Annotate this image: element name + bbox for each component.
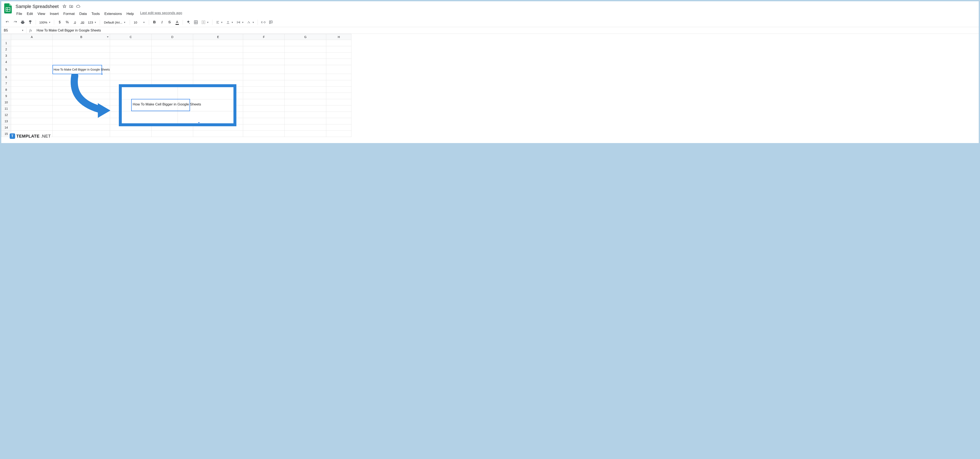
cell[interactable] xyxy=(11,93,53,99)
cell[interactable] xyxy=(193,74,243,80)
menu-view[interactable]: View xyxy=(35,11,48,17)
cell[interactable] xyxy=(243,65,285,74)
cell[interactable] xyxy=(243,124,285,131)
cell[interactable] xyxy=(151,65,193,74)
cell[interactable] xyxy=(53,53,110,59)
cell[interactable] xyxy=(326,118,352,124)
fill-color-icon[interactable] xyxy=(185,19,192,26)
cell[interactable] xyxy=(285,124,326,131)
row-header-6[interactable]: 6 xyxy=(2,74,11,80)
cell[interactable] xyxy=(110,53,151,59)
cell[interactable] xyxy=(326,105,352,112)
cell[interactable] xyxy=(326,59,352,65)
cell[interactable] xyxy=(326,93,352,99)
cell[interactable] xyxy=(243,59,285,65)
cell[interactable] xyxy=(151,131,193,137)
cell[interactable] xyxy=(110,131,151,137)
menu-help[interactable]: Help xyxy=(124,11,136,17)
cell[interactable] xyxy=(11,59,53,65)
cell[interactable] xyxy=(110,46,151,53)
cell[interactable] xyxy=(243,93,285,99)
cell[interactable] xyxy=(326,131,352,137)
cell[interactable] xyxy=(110,40,151,46)
cell[interactable] xyxy=(285,118,326,124)
cell[interactable] xyxy=(326,86,352,93)
col-header-a[interactable]: A xyxy=(11,34,53,40)
cell[interactable] xyxy=(11,86,53,93)
sheets-logo-icon[interactable] xyxy=(4,3,12,14)
cell[interactable] xyxy=(193,53,243,59)
cell-b5[interactable]: How To Make Cell Bigger in Google Sheets xyxy=(53,65,110,74)
menu-extensions[interactable]: Extensions xyxy=(102,11,124,17)
merge-cells-dropdown[interactable]: ▼ xyxy=(200,20,210,24)
cell[interactable] xyxy=(53,118,110,124)
borders-icon[interactable] xyxy=(192,19,199,26)
currency-button[interactable]: $ xyxy=(56,19,63,26)
col-header-e[interactable]: E xyxy=(193,34,243,40)
cell[interactable] xyxy=(243,131,285,137)
last-edit-link[interactable]: Last edit was seconds ago xyxy=(140,11,182,17)
paint-format-icon[interactable] xyxy=(27,19,33,26)
cell[interactable] xyxy=(11,118,53,124)
menu-format[interactable]: Format xyxy=(61,11,77,17)
col-header-b[interactable]: B xyxy=(53,34,110,40)
cell[interactable] xyxy=(285,86,326,93)
cell[interactable] xyxy=(285,40,326,46)
menu-insert[interactable]: Insert xyxy=(48,11,61,17)
cell[interactable] xyxy=(243,53,285,59)
row-header-12[interactable]: 12 xyxy=(2,112,11,118)
cell[interactable] xyxy=(53,46,110,53)
cell[interactable] xyxy=(53,131,110,137)
font-dropdown[interactable]: Default (Ari...▼ xyxy=(102,19,127,25)
cell[interactable] xyxy=(11,112,53,118)
cell[interactable] xyxy=(53,59,110,65)
cell[interactable] xyxy=(285,53,326,59)
row-header-2[interactable]: 2 xyxy=(2,46,11,53)
cell[interactable] xyxy=(193,131,243,137)
cell[interactable] xyxy=(11,99,53,105)
cell[interactable] xyxy=(326,80,352,86)
italic-button[interactable]: I xyxy=(159,19,165,26)
font-size-dropdown[interactable]: 10▼ xyxy=(132,20,147,25)
col-header-h[interactable]: H xyxy=(326,34,352,40)
cloud-status-icon[interactable] xyxy=(76,4,80,9)
row-header-1[interactable]: 1 xyxy=(2,40,11,46)
row-header-10[interactable]: 10 xyxy=(2,99,11,105)
menu-file[interactable]: File xyxy=(14,11,24,17)
row-header-5[interactable]: 5 xyxy=(2,65,11,74)
cell[interactable] xyxy=(285,112,326,118)
cell[interactable] xyxy=(285,80,326,86)
redo-icon[interactable] xyxy=(12,19,19,26)
wrap-dropdown[interactable]: ▼ xyxy=(235,21,245,24)
cell[interactable] xyxy=(326,40,352,46)
row-header-3[interactable]: 3 xyxy=(2,53,11,59)
cell[interactable] xyxy=(243,46,285,53)
cell[interactable] xyxy=(243,99,285,105)
text-color-button[interactable]: A xyxy=(174,19,181,26)
cell[interactable] xyxy=(11,65,53,74)
col-header-c[interactable]: C xyxy=(110,34,151,40)
col-header-g[interactable]: G xyxy=(285,34,326,40)
col-header-d[interactable]: D xyxy=(151,34,193,40)
cell[interactable] xyxy=(151,74,193,80)
number-format-dropdown[interactable]: 123▼ xyxy=(86,21,98,24)
bold-button[interactable]: B xyxy=(151,19,158,26)
cell[interactable] xyxy=(193,46,243,53)
strikethrough-button[interactable]: S xyxy=(166,19,173,26)
row-header-13[interactable]: 13 xyxy=(2,118,11,124)
cell[interactable] xyxy=(243,86,285,93)
cell[interactable] xyxy=(243,74,285,80)
cell[interactable] xyxy=(285,59,326,65)
row-header-9[interactable]: 9 xyxy=(2,93,11,99)
cell[interactable] xyxy=(11,80,53,86)
zoom-dropdown[interactable]: 100%▼ xyxy=(38,21,52,24)
cell[interactable] xyxy=(243,118,285,124)
comment-icon[interactable] xyxy=(267,19,274,26)
cell[interactable] xyxy=(151,59,193,65)
cell[interactable] xyxy=(11,46,53,53)
cell[interactable] xyxy=(11,53,53,59)
cell[interactable] xyxy=(326,53,352,59)
valign-dropdown[interactable]: ▼ xyxy=(225,21,234,24)
name-box[interactable]: B5 ▼ xyxy=(1,28,27,33)
row-header-14[interactable]: 14 xyxy=(2,124,11,131)
